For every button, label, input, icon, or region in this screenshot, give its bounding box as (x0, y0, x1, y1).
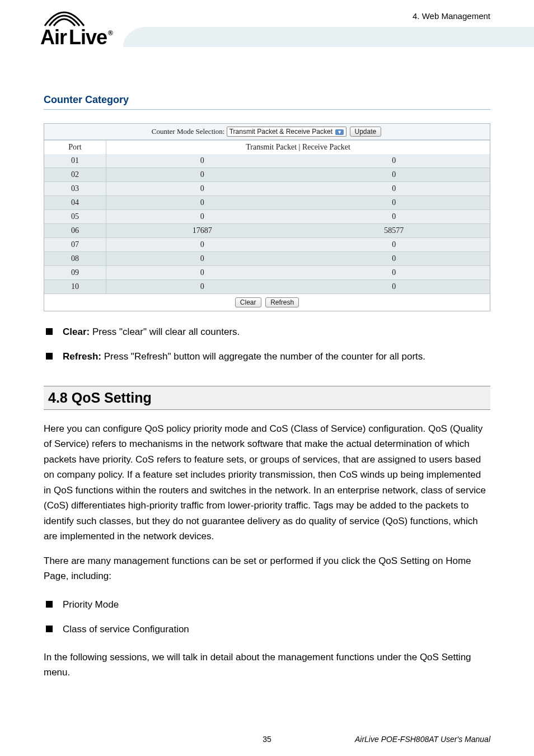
cell-rx: 0 (298, 266, 490, 279)
refresh-text: Press "Refresh" button will aggregate th… (101, 351, 425, 362)
cell-tx: 0 (106, 266, 298, 279)
qos-para-1: Here you can configure QoS policy priori… (44, 421, 490, 544)
cell-tx: 0 (106, 238, 298, 251)
table-row: 061768758577 (44, 223, 490, 237)
cell-rx: 0 (298, 154, 490, 167)
page-header: Air Live ® 4. Web Management (0, 0, 534, 73)
counter-mode-row: Counter Mode Selection: Transmit Packet … (44, 124, 490, 140)
cell-rx: 0 (298, 252, 490, 265)
header-swoosh-icon (123, 27, 534, 67)
counter-mode-select[interactable]: Transmit Packet & Receive Packet ▼ (227, 127, 347, 137)
clear-text: Press "clear" will clear all counters. (90, 326, 240, 337)
cell-tx: 0 (106, 280, 298, 293)
registered-mark: ® (108, 29, 113, 37)
counter-table: Counter Mode Selection: Transmit Packet … (44, 123, 490, 311)
description-bullets: Clear: Press "clear" will clear all coun… (44, 325, 490, 365)
col-port: Port (44, 141, 106, 154)
table-button-row: Clear Refresh (44, 293, 490, 311)
cell-port: 02 (44, 168, 106, 181)
brand-logo: Air Live ® (40, 9, 113, 49)
counter-category-heading: Counter Category (44, 90, 490, 110)
update-button[interactable]: Update (350, 127, 382, 137)
cell-rx: 0 (298, 210, 490, 223)
cell-rx: 0 (298, 196, 490, 209)
cell-rx: 0 (298, 182, 490, 195)
table-row: 0700 (44, 237, 490, 251)
cell-tx: 0 (106, 168, 298, 181)
logo-arcs-icon (44, 9, 88, 27)
cell-tx: 0 (106, 154, 298, 167)
chevron-down-icon: ▼ (335, 129, 344, 135)
clear-label: Clear: (63, 326, 90, 337)
qos-options-list: Priority Mode Class of service Configura… (44, 598, 490, 637)
mode-select-value: Transmit Packet & Receive Packet (229, 128, 332, 136)
bullet-refresh: Refresh: Press "Refresh" button will agg… (44, 349, 490, 364)
cell-rx: 0 (298, 168, 490, 181)
page-footer: 35 AirLive POE-FSH808AT User's Manual (44, 735, 490, 744)
manual-title: AirLive POE-FSH808AT User's Manual (341, 735, 490, 744)
cell-port: 04 (44, 196, 106, 209)
page-number: 35 (193, 735, 341, 744)
qos-title: 4.8 QoS Setting (48, 390, 486, 406)
cell-tx: 0 (106, 210, 298, 223)
opt-cos-config: Class of service Configuration (44, 622, 490, 637)
table-row: 0500 (44, 209, 490, 223)
refresh-button[interactable]: Refresh (265, 297, 299, 307)
qos-section-heading: 4.8 QoS Setting (44, 386, 490, 410)
table-row: 1000 (44, 279, 490, 293)
cell-rx: 58577 (298, 224, 490, 237)
table-row: 0400 (44, 195, 490, 209)
col-right: Transmit Packet | Receive Packet (106, 141, 490, 154)
brand-text-b: Live (69, 26, 107, 49)
qos-para-3: In the following sessions, we will talk … (44, 650, 490, 680)
cell-tx: 0 (106, 252, 298, 265)
bullet-clear: Clear: Press "clear" will clear all coun… (44, 325, 490, 339)
cell-tx: 17687 (106, 224, 298, 237)
refresh-label: Refresh: (63, 351, 101, 362)
chapter-label: 4. Web Management (413, 11, 490, 21)
clear-button[interactable]: Clear (235, 297, 261, 307)
table-row: 0100 (44, 154, 490, 167)
cell-port: 07 (44, 238, 106, 251)
cell-port: 08 (44, 252, 106, 265)
table-row: 0300 (44, 181, 490, 195)
cell-port: 05 (44, 210, 106, 223)
table-row: 0200 (44, 167, 490, 181)
cell-port: 09 (44, 266, 106, 279)
qos-para-2: There are many management functions can … (44, 553, 490, 584)
cell-port: 10 (44, 280, 106, 293)
brand-text-a: Air (40, 26, 67, 49)
cell-rx: 0 (298, 238, 490, 251)
cell-tx: 0 (106, 182, 298, 195)
table-row: 0900 (44, 265, 490, 279)
mode-label: Counter Mode Selection: (152, 127, 225, 136)
cell-port: 06 (44, 224, 106, 237)
opt-priority-mode: Priority Mode (44, 598, 490, 612)
cell-port: 01 (44, 154, 106, 167)
cell-rx: 0 (298, 280, 490, 293)
table-row: 0800 (44, 251, 490, 265)
cell-tx: 0 (106, 196, 298, 209)
cell-port: 03 (44, 182, 106, 195)
table-header-row: Port Transmit Packet | Receive Packet (44, 140, 490, 154)
